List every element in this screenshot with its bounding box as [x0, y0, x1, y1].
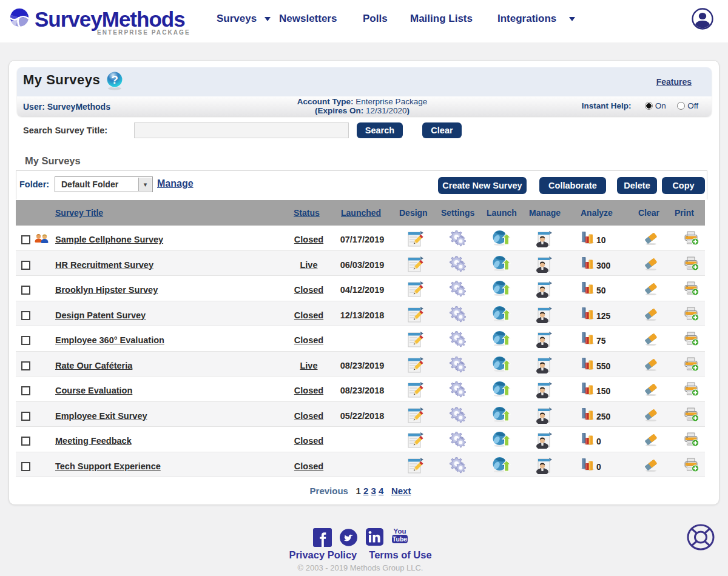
svg-text:Tube: Tube	[393, 535, 407, 543]
svg-text:You: You	[394, 527, 406, 535]
svg-text:?: ?	[111, 73, 118, 86]
